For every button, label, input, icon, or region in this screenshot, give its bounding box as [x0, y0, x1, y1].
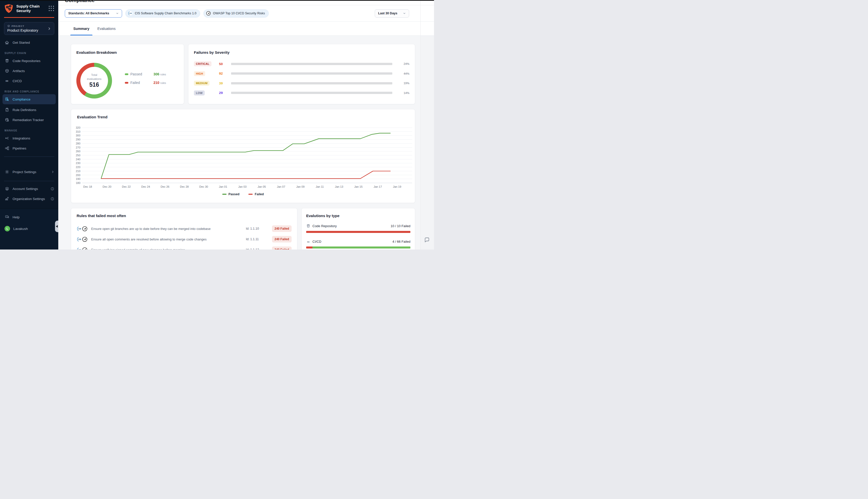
chevron-right-icon: [51, 170, 54, 173]
divider: [4, 181, 54, 181]
shield-logo: [4, 3, 14, 14]
failed-line-swatch: [248, 194, 253, 195]
passed-line-swatch: [222, 194, 226, 195]
nav-section-supply-chain: SUPPLY CHAIN: [4, 52, 58, 54]
standard-chip-owasp[interactable]: OWASP Top 10 CI/CD Security Risks: [203, 9, 269, 17]
svg-text:Dec 18: Dec 18: [83, 185, 92, 188]
sidebar-item-compliance[interactable]: Compliance: [2, 94, 56, 104]
app-grid-icon[interactable]: [49, 6, 54, 11]
rule-row[interactable]: CIS Ensure open git branches are up to d…: [77, 223, 292, 234]
severity-badge: MEDIUM: [194, 81, 210, 86]
severity-badge: LOW: [194, 90, 205, 96]
sidebar-item-rule-definitions[interactable]: Rule Definitions: [0, 105, 58, 115]
owasp-icon: [82, 226, 88, 232]
standards-filter-dropdown[interactable]: Standards: All Benchmarks: [65, 9, 122, 17]
svg-text:230: 230: [76, 161, 80, 165]
tab-evaluations[interactable]: Evaluations: [95, 22, 119, 35]
card-title: Evaluation Breakdown: [76, 50, 117, 54]
svg-text:Dec 22: Dec 22: [122, 185, 131, 188]
rule-text: Ensure verifying signed commits of new c…: [91, 248, 246, 250]
svg-text:260: 260: [76, 150, 80, 153]
sidebar-user[interactable]: L Lavakush: [0, 223, 58, 234]
card-title: Rules that failed most often: [77, 214, 292, 218]
failed-segment: [306, 231, 410, 233]
cis-icon: CIS: [128, 11, 133, 16]
card-title: Failures by Severity: [194, 50, 409, 54]
sidebar-collapse-handle[interactable]: [55, 221, 58, 232]
content: Evaluation Breakdown Totalevaluations 51…: [58, 36, 434, 250]
sidebar-item-pipelines[interactable]: Pipelines: [0, 143, 58, 153]
rule-text: Ensure all open comments are resolved be…: [91, 238, 246, 241]
project-selector[interactable]: PROJECT Product Exploratory: [4, 22, 54, 35]
sidebar-item-organization-settings[interactable]: Organization Settings: [0, 194, 58, 204]
rule-row[interactable]: CIS Ensure all open comments are resolve…: [77, 234, 292, 244]
evaluation-trend-card: Evaluation Trend 18019020021022023024025…: [71, 109, 415, 203]
svg-text:310: 310: [76, 130, 80, 133]
standard-chip-cis[interactable]: CIS CIS Software Supply Chain Benchmarks…: [125, 9, 200, 17]
app-window: Supply ChainSecurity PROJECT Product Exp…: [0, 0, 434, 250]
window-top-edge: [0, 0, 434, 1]
svg-text:CIS: CIS: [78, 228, 82, 230]
date-range-dropdown[interactable]: Last 30 Days: [375, 9, 409, 17]
svg-text:Jan 11: Jan 11: [316, 185, 324, 188]
page-title-strip: Compliance: [58, 0, 434, 5]
evaluation-trend-chart: 1801902002102202302402502602702802903003…: [71, 123, 415, 191]
remediation-tracker-icon: [4, 118, 9, 122]
failed-legend-swatch: [125, 82, 128, 84]
svg-text:280: 280: [76, 142, 80, 145]
info-icon[interactable]: [50, 197, 54, 201]
svg-text:Dec 24: Dec 24: [141, 185, 150, 188]
sidebar-item-get-started[interactable]: Get Started: [0, 37, 58, 48]
sidebar-item-help[interactable]: ? Help: [0, 212, 58, 222]
code-repository-icon: [306, 224, 310, 228]
owasp-icon: [82, 236, 88, 242]
svg-text:Jan 13: Jan 13: [335, 185, 343, 188]
trend-legend: Passed Failed: [71, 193, 415, 196]
severity-row-high: HIGH 92 44%: [194, 71, 409, 76]
cis-icon: CIS: [77, 247, 82, 250]
sidebar: Supply ChainSecurity PROJECT Product Exp…: [0, 0, 58, 250]
right-gutter: [421, 36, 434, 250]
sidebar-item-cicd[interactable]: ∞ CI/CD: [0, 76, 58, 86]
account-settings-icon: [4, 186, 9, 191]
integrations-icon: [4, 136, 9, 141]
rule-text: Ensure open git branches are up to date …: [91, 227, 246, 231]
type-row-code-repository: Code Repository 10 / 10 Failed: [306, 224, 410, 233]
evaluations-by-type-card: Evalutions by type Code Repository 10 / …: [301, 208, 415, 250]
severity-count: 29: [219, 91, 231, 95]
rule-row[interactable]: CIS Ensure verifying signed commits of n…: [77, 244, 292, 250]
sidebar-item-code-repositories[interactable]: Code Repositories: [0, 56, 58, 66]
severity-percent: 24%: [396, 62, 409, 65]
main-area: Compliance Standards: All Benchmarks CIS…: [58, 0, 434, 250]
chevron-right-icon: [48, 27, 51, 31]
severity-row-low: LOW 29 14%: [194, 90, 409, 96]
passed-segment: [312, 246, 410, 248]
rule-standard-icons: CIS: [77, 247, 91, 250]
sidebar-item-integrations[interactable]: Integrations: [0, 133, 58, 143]
sidebar-item-remediation-tracker[interactable]: Remediation Tracker: [0, 115, 58, 125]
organization-settings-icon: [4, 196, 9, 201]
type-bar: [306, 246, 410, 248]
svg-text:300: 300: [76, 134, 80, 137]
rule-id: Id: 1.1.10: [246, 227, 268, 230]
svg-text:Dec 30: Dec 30: [199, 185, 208, 188]
rule-definitions-icon: [4, 108, 9, 112]
severity-count: 39: [219, 82, 231, 85]
type-label: CI/CD: [312, 240, 321, 243]
filter-bar: Standards: All Benchmarks CIS CIS Softwa…: [58, 5, 434, 22]
svg-text:290: 290: [76, 138, 80, 141]
sidebar-item-project-settings[interactable]: Project Settings: [0, 167, 58, 177]
chevron-down-icon: [116, 12, 119, 15]
cis-icon: CIS: [77, 236, 82, 242]
rule-failed-badge: 240 Failed: [272, 236, 292, 242]
home-icon: [4, 40, 9, 45]
sidebar-item-account-settings[interactable]: Account Settings: [0, 184, 58, 194]
brand: Supply ChainSecurity: [0, 0, 58, 16]
sidebar-item-artifacts[interactable]: Artifacts: [0, 66, 58, 76]
rules-failed-card: Rules that failed most often CIS Ensure …: [71, 208, 297, 250]
chat-bubble-icon[interactable]: [424, 237, 430, 243]
info-icon[interactable]: [50, 187, 54, 191]
tab-summary[interactable]: Summary: [70, 22, 92, 35]
code-repository-icon: [4, 59, 9, 63]
evaluation-donut-chart: Totalevaluations 516: [76, 63, 112, 98]
